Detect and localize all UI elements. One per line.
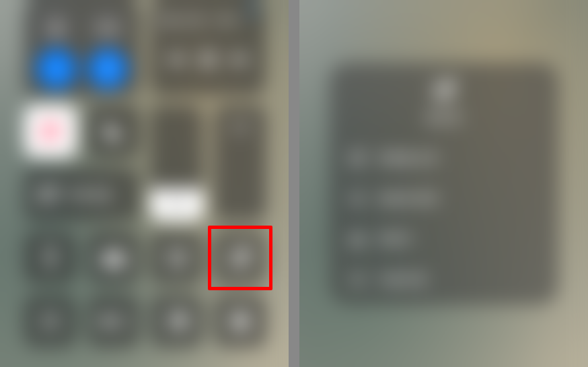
svg-point-23 [351,193,363,205]
qr-scan-button[interactable] [24,295,77,347]
scan-icon [348,271,366,288]
svg-rect-13 [51,316,55,321]
wifi-icon [46,59,67,79]
screen-mirror-label: 屏幕镜像 [67,187,113,203]
svg-rect-8 [43,187,58,197]
svg-point-2 [251,9,254,11]
menu-item-new-checklist[interactable]: 新核对清单 [330,178,558,219]
svg-rect-5 [48,129,53,134]
next-track-button[interactable] [230,51,250,67]
svg-rect-25 [355,276,360,283]
menu-item-scan-document[interactable]: 扫描文稿 [330,259,558,300]
timer-icon [166,310,188,333]
screen-record-button[interactable] [214,295,266,347]
svg-point-0 [106,26,109,29]
airpods-icon [228,117,252,139]
music-module[interactable]: Sam Kim - Wh… [150,0,266,96]
menu-item-label: 新建备忘录 [378,150,439,166]
cellular-icon [98,18,118,38]
play-pause-button[interactable] [200,51,215,68]
menu-item-label: 扫描文稿 [378,271,427,288]
moon-icon [102,120,125,143]
alarm-clock-icon [165,246,189,270]
rotation-lock-button[interactable] [24,105,77,158]
qr-icon [39,310,62,333]
screen-mirroring-button[interactable]: 屏幕镜像 [24,168,140,221]
svg-rect-3 [202,52,206,67]
menu-item-label: 新照片 [378,231,414,247]
alarm-button[interactable] [151,232,203,284]
svg-rect-15 [51,322,53,324]
do-not-disturb-button[interactable] [87,105,140,158]
checkmark-circle-icon [348,191,366,207]
prev-track-button[interactable] [166,51,186,67]
bluetooth-button[interactable] [88,49,127,88]
menu-item-new-note[interactable]: 新建备忘录 [330,138,558,178]
volume-slider[interactable] [214,105,266,221]
record-icon [229,310,252,333]
low-power-button[interactable] [87,295,140,347]
notes-button[interactable] [214,232,266,284]
screen-mirror-icon [36,185,59,204]
svg-rect-4 [210,52,214,67]
flashlight-button[interactable] [24,232,77,284]
cellular-button[interactable] [88,8,127,47]
svg-rect-14 [46,322,50,326]
compose-icon [348,150,366,166]
music-now-playing: Sam Kim - Wh… [158,13,258,28]
airplane-icon [47,18,66,37]
flashlight-icon [43,245,58,271]
svg-point-22 [236,317,244,325]
compose-icon [432,79,456,103]
svg-rect-16 [53,324,55,326]
brightness-slider[interactable] [151,105,203,221]
notes-context-menu: 备忘录 新建备忘录 新核对清单 新照片 扫描文稿 [330,63,558,305]
svg-rect-18 [124,319,126,323]
bluetooth-icon [99,60,116,77]
camera-icon [102,248,126,268]
svg-point-6 [174,202,180,208]
rotation-lock-icon [38,119,63,144]
airplay-indicator-icon [247,5,258,16]
notes-menu-title: 备忘录 [426,110,462,126]
battery-icon [100,314,127,329]
svg-rect-7 [38,191,52,201]
camera-button[interactable] [87,232,140,284]
svg-rect-19 [104,318,109,325]
camera-outline-icon [348,231,366,247]
menu-item-label: 新核对清单 [378,191,439,207]
airplane-mode-button[interactable] [37,8,76,47]
timer-button[interactable] [151,295,203,347]
control-center-panel: Sam Kim - Wh… [0,0,289,367]
svg-point-10 [110,255,118,263]
svg-point-24 [355,237,360,242]
menu-item-new-photo[interactable]: 新照片 [330,219,558,259]
svg-point-9 [50,257,52,259]
compose-icon [229,246,252,269]
wifi-button[interactable] [37,49,76,88]
connectivity-module [24,0,140,96]
notes-context-panel: 备忘录 新建备忘录 新核对清单 新照片 扫描文稿 [299,0,588,367]
svg-rect-12 [46,316,50,321]
sun-icon [168,196,186,213]
